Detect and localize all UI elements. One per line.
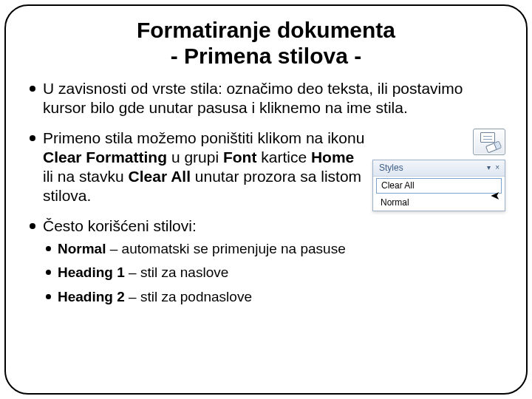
bullet-list: U zavisnosti od vrste stila: označimo de…	[27, 79, 505, 307]
title-line-2: - Primena stilova -	[171, 44, 361, 68]
panel-close-icon[interactable]: ×	[493, 163, 502, 173]
b2-seg4: ili na stavku	[43, 168, 129, 185]
style-item-normal[interactable]: Normal	[373, 195, 505, 211]
document-icon	[480, 132, 495, 143]
clear-formatting-button[interactable]	[473, 129, 505, 155]
sub3-bold: Heading 2	[58, 289, 125, 304]
styles-panel-title: Styles	[379, 163, 485, 174]
sub2-text: – stil za naslove	[125, 265, 228, 280]
b2-seg2: u grupi	[171, 149, 223, 166]
sub-bullet-heading2: Heading 2 – stil za podnaslove	[43, 288, 505, 307]
bullet-1: U zavisnosti od vrste stila: označimo de…	[27, 79, 505, 118]
panel-dropdown-icon[interactable]: ▾	[485, 163, 493, 173]
styles-panel: Styles ▾ × Clear All Normal ➤	[372, 160, 505, 211]
sub2-bold: Heading 1	[58, 265, 125, 280]
clear-formatting-row	[372, 129, 505, 155]
style-item-clear-all[interactable]: Clear All	[376, 178, 502, 194]
slide-frame: Formatiranje dokumenta - Primena stilova…	[4, 4, 528, 395]
title-line-1: Formatiranje dokumenta	[137, 18, 395, 42]
inset-graphics: Styles ▾ × Clear All Normal ➤	[372, 129, 505, 211]
sub-bullet-heading1: Heading 1 – stil za naslove	[43, 264, 505, 282]
bullet-2: Styles ▾ × Clear All Normal ➤ Primeno st…	[27, 129, 505, 206]
b2-seg1: Primeno stila možemo poništiti klikom na…	[43, 129, 364, 146]
b2-seg3: kartice	[261, 149, 311, 166]
eraser-icon	[485, 140, 502, 153]
b2-font: Font	[223, 149, 256, 166]
bullet-3-text: Često korišćeni stilovi:	[43, 217, 197, 234]
b2-home: Home	[311, 149, 354, 166]
sub1-text: – automatski se primenjuje na pasuse	[106, 241, 345, 256]
b2-clear-all: Clear All	[129, 168, 191, 185]
bullet-1-text: U zavisnosti od vrste stila: označimo de…	[43, 80, 463, 116]
sub3-text: – stil za podnaslove	[125, 289, 252, 304]
bullet-3: Često korišćeni stilovi: Normal – automa…	[27, 216, 505, 307]
styles-panel-header: Styles ▾ ×	[373, 160, 505, 177]
styles-panel-body: Clear All Normal ➤	[373, 178, 505, 211]
sub1-bold: Normal	[58, 241, 106, 256]
b2-clear-formatting: Clear Formatting	[43, 149, 167, 166]
sub-bullet-list: Normal – automatski se primenjuje na pas…	[43, 240, 505, 307]
slide-title: Formatiranje dokumenta - Primena stilova…	[27, 18, 505, 69]
sub-bullet-normal: Normal – automatski se primenjuje na pas…	[43, 240, 505, 259]
